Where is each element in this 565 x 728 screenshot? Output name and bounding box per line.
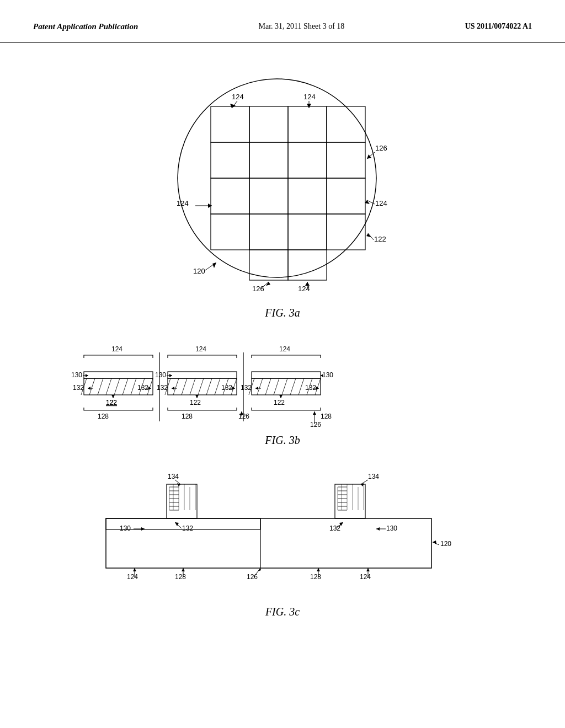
- fig3a-label: FIG. 3a: [265, 307, 300, 319]
- svg-rect-5: [211, 142, 249, 178]
- svg-line-80: [173, 378, 179, 395]
- svg-line-110: [265, 378, 271, 395]
- svg-text:132: 132: [137, 384, 148, 392]
- fig3b-container: 124 130 132: [33, 341, 532, 447]
- svg-rect-133: [167, 484, 197, 518]
- svg-text:124: 124: [303, 93, 316, 101]
- svg-text:124: 124: [279, 345, 290, 353]
- svg-text:124: 124: [360, 573, 371, 581]
- svg-text:126: 126: [238, 413, 249, 420]
- fig3b-label: FIG. 3b: [265, 434, 300, 447]
- fig3b-diagram: 124 130 132: [67, 341, 498, 430]
- svg-rect-103: [252, 372, 321, 378]
- svg-marker-184: [133, 568, 136, 571]
- svg-line-109: [257, 378, 263, 395]
- svg-text:130: 130: [386, 524, 397, 532]
- fig3c-diagram: 134 134 132 132 130: [89, 469, 476, 601]
- svg-line-113: [290, 378, 296, 395]
- svg-marker-93: [195, 395, 199, 398]
- svg-text:124: 124: [232, 93, 244, 101]
- svg-line-56: [114, 378, 120, 395]
- svg-line-81: [182, 378, 187, 395]
- svg-line-55: [106, 378, 111, 395]
- header-center-text: Mar. 31, 2011 Sheet 3 of 18: [259, 22, 345, 31]
- svg-marker-45: [305, 282, 310, 286]
- svg-line-57: [122, 378, 128, 395]
- svg-rect-3: [288, 106, 327, 142]
- svg-rect-8: [327, 142, 365, 178]
- svg-rect-2: [249, 106, 288, 142]
- svg-marker-50: [86, 374, 88, 377]
- svg-line-85: [215, 378, 220, 395]
- svg-rect-4: [327, 106, 365, 142]
- svg-text:126: 126: [310, 421, 321, 429]
- svg-text:132: 132: [182, 524, 193, 532]
- svg-text:132: 132: [305, 384, 316, 392]
- svg-text:130: 130: [155, 371, 166, 379]
- svg-text:134: 134: [368, 473, 379, 480]
- svg-rect-16: [327, 214, 365, 250]
- svg-line-165: [361, 480, 368, 484]
- svg-rect-15: [288, 214, 327, 250]
- svg-rect-74: [168, 372, 237, 378]
- svg-text:128: 128: [98, 413, 109, 420]
- fig3c-container: 134 134 132 132 130: [33, 469, 532, 618]
- svg-marker-175: [141, 527, 145, 531]
- svg-marker-181: [433, 540, 436, 544]
- svg-text:126: 126: [375, 144, 387, 152]
- header-right-text: US 2011/0074022 A1: [465, 22, 532, 31]
- svg-text:122: 122: [106, 399, 117, 406]
- svg-line-84: [206, 378, 212, 395]
- svg-rect-10: [249, 178, 288, 214]
- svg-text:130: 130: [322, 371, 333, 379]
- svg-rect-1: [211, 106, 249, 142]
- svg-line-83: [198, 378, 204, 395]
- svg-rect-47: [84, 372, 153, 378]
- svg-marker-67: [111, 395, 115, 398]
- svg-rect-14: [249, 214, 288, 250]
- svg-text:132: 132: [241, 384, 252, 392]
- svg-text:128: 128: [182, 413, 193, 420]
- svg-text:120: 120: [193, 267, 205, 275]
- svg-text:124: 124: [195, 345, 206, 353]
- fig3a-container: 124 124 126 124 122: [150, 71, 415, 319]
- svg-line-112: [282, 378, 287, 395]
- figures-container: 124 124 126 124 122: [0, 43, 565, 635]
- svg-line-53: [89, 378, 95, 395]
- svg-text:122: 122: [274, 399, 285, 406]
- svg-text:132: 132: [221, 384, 232, 392]
- svg-marker-119: [255, 387, 258, 390]
- svg-line-82: [190, 378, 195, 395]
- svg-rect-9: [211, 178, 249, 214]
- svg-marker-122: [279, 395, 282, 398]
- svg-line-54: [98, 378, 103, 395]
- svg-marker-190: [258, 568, 261, 571]
- svg-marker-90: [172, 387, 174, 390]
- svg-rect-11: [288, 178, 327, 214]
- svg-rect-130: [106, 518, 431, 568]
- svg-line-114: [299, 378, 304, 395]
- svg-text:124: 124: [298, 285, 310, 293]
- svg-marker-63: [88, 387, 90, 390]
- fig3a-diagram: 124 124 126 124 122: [150, 71, 415, 302]
- svg-text:128: 128: [310, 573, 321, 581]
- svg-text:122: 122: [374, 235, 386, 243]
- svg-marker-36: [208, 204, 212, 208]
- svg-text:124: 124: [375, 199, 387, 207]
- page-header: Patent Application Publication Mar. 31, …: [0, 0, 565, 43]
- svg-text:134: 134: [168, 473, 179, 480]
- svg-rect-12: [327, 178, 365, 214]
- svg-marker-24: [307, 104, 311, 108]
- svg-text:124: 124: [127, 573, 138, 581]
- svg-text:132: 132: [157, 384, 168, 392]
- svg-text:124: 124: [177, 199, 189, 207]
- svg-marker-27: [367, 154, 371, 159]
- fig3c-label: FIG. 3c: [265, 606, 300, 618]
- svg-text:128: 128: [175, 573, 186, 581]
- svg-marker-77: [169, 374, 172, 377]
- svg-marker-129: [313, 411, 316, 415]
- svg-marker-193: [317, 568, 320, 571]
- svg-rect-7: [288, 142, 327, 178]
- svg-text:128: 128: [321, 413, 332, 420]
- svg-text:124: 124: [111, 345, 122, 353]
